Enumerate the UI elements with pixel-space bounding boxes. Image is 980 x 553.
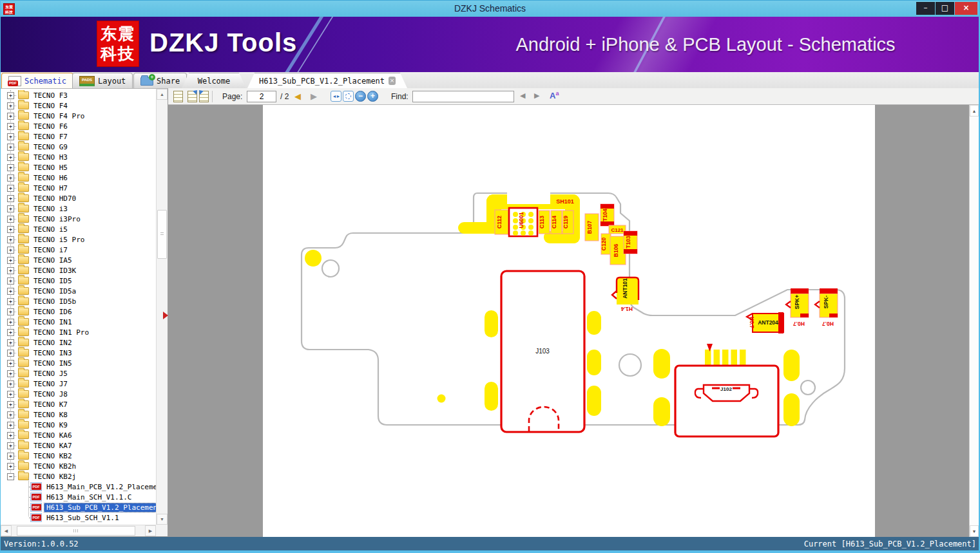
expand-icon[interactable]: + — [7, 380, 14, 388]
expand-icon[interactable]: + — [7, 453, 14, 460]
expand-icon[interactable]: + — [7, 432, 14, 439]
expand-icon[interactable]: + — [7, 133, 14, 140]
tree-folder-row[interactable]: + TECNO H3 — [1, 152, 156, 162]
expand-icon[interactable]: + — [7, 144, 14, 151]
expand-icon[interactable]: + — [7, 123, 14, 130]
tree-folder-row[interactable]: + TECNO H7 — [1, 183, 156, 193]
expand-icon[interactable]: + — [7, 113, 14, 120]
find-previous-icon[interactable]: ◀ — [520, 91, 525, 100]
scrollbar-thumb[interactable] — [17, 526, 135, 536]
tree-folder-row[interactable]: + TECNO ID5a — [1, 286, 156, 296]
tree-folder-row[interactable]: + TECNO KA6 — [1, 430, 156, 440]
expand-icon[interactable]: + — [7, 236, 14, 243]
expand-icon[interactable]: + — [7, 319, 14, 326]
expand-icon[interactable]: + — [7, 308, 14, 315]
tab-share[interactable]: + Share — [133, 73, 187, 88]
expand-icon[interactable]: + — [7, 154, 14, 161]
tree-folder-row[interactable]: + TECNO G9 — [1, 142, 156, 152]
tree-file-row[interactable]: PDF H613_Main_SCH_V1.1.C — [1, 492, 156, 502]
rotate-right-icon[interactable] — [187, 91, 197, 102]
expand-icon[interactable]: + — [7, 329, 14, 336]
tree-folder-row[interactable]: + TECNO F6 — [1, 121, 156, 131]
next-page-icon[interactable]: ▶ — [311, 91, 317, 102]
tree-folder-row[interactable]: − TECNO KB2j — [1, 471, 156, 482]
tree-folder-row[interactable]: + TECNO J7 — [1, 379, 156, 389]
tree-folder-row[interactable]: + TECNO KB2 — [1, 451, 156, 461]
expand-icon[interactable]: + — [7, 195, 14, 202]
expand-icon[interactable]: + — [7, 102, 14, 109]
tab-welcome[interactable]: Welcome — [182, 73, 246, 88]
tree-folder-row[interactable]: + TECNO ID3K — [1, 265, 156, 276]
zoom-in-button[interactable]: + — [367, 91, 378, 102]
tree-folder-row[interactable]: + TECNO J5 — [1, 368, 156, 379]
expand-icon[interactable]: + — [7, 401, 14, 408]
expand-icon[interactable]: + — [7, 226, 14, 233]
scroll-left-icon[interactable]: ◀ — [1, 525, 12, 536]
tab-close-icon[interactable]: × — [389, 77, 396, 85]
tree-folder-row[interactable]: + TECNO IA5 — [1, 255, 156, 265]
match-case-icon[interactable]: Aa — [550, 90, 559, 100]
tree-folder-row[interactable]: + TECNO IN2 — [1, 337, 156, 348]
expand-icon[interactable]: + — [7, 298, 14, 305]
tree-folder-row[interactable]: + TECNO IN3 — [1, 348, 156, 358]
expand-icon[interactable]: + — [7, 391, 14, 398]
expand-icon[interactable]: + — [7, 92, 14, 99]
fit-page-button[interactable] — [343, 91, 354, 102]
tree-folder-row[interactable]: + TECNO ID6 — [1, 306, 156, 317]
tree-folder-row[interactable]: + TECNO F4 Pro — [1, 111, 156, 121]
expand-icon[interactable]: + — [7, 164, 14, 171]
tree-folder-row[interactable]: + TECNO HD70 — [1, 193, 156, 203]
splitter-collapse-arrow[interactable] — [163, 312, 168, 319]
tree-folder-row[interactable]: + TECNO ID5 — [1, 276, 156, 286]
expand-icon[interactable]: + — [7, 257, 14, 264]
tree-folder-row[interactable]: + TECNO IN5 — [1, 358, 156, 368]
expand-icon[interactable]: + — [7, 174, 14, 182]
expand-icon[interactable]: + — [7, 216, 14, 223]
tree-folder-row[interactable]: + TECNO K8 — [1, 409, 156, 420]
sidebar-vertical-scrollbar[interactable]: ▲ ▼ — [156, 89, 168, 525]
expand-icon[interactable]: + — [7, 442, 14, 449]
tree-folder-row[interactable]: + TECNO i7 — [1, 245, 156, 255]
tree-folder-row[interactable]: + TECNO H5 — [1, 162, 156, 173]
previous-page-icon[interactable]: ◀ — [294, 91, 301, 102]
close-button[interactable]: × — [955, 2, 977, 15]
page-icon[interactable] — [173, 91, 183, 102]
tree-folder-row[interactable]: + TECNO IN1 — [1, 317, 156, 327]
expand-icon[interactable]: + — [7, 185, 14, 192]
minimize-button[interactable]: – — [916, 2, 935, 15]
tree-folder-row[interactable]: + TECNO i5 — [1, 224, 156, 234]
viewer-vertical-scrollbar[interactable]: ▲ ▼ — [969, 105, 979, 537]
find-input[interactable] — [412, 91, 514, 102]
scroll-down-icon[interactable]: ▼ — [970, 525, 979, 537]
fit-width-button[interactable]: ◄► — [331, 91, 341, 102]
tree-folder-row[interactable]: + TECNO KA7 — [1, 440, 156, 451]
tree-file-row[interactable]: PDF H613_Main_PCB_V1.2_Placement — [1, 482, 156, 492]
expand-icon[interactable]: + — [7, 277, 14, 285]
expand-icon[interactable]: + — [7, 422, 14, 429]
expand-icon[interactable]: + — [7, 267, 14, 274]
expand-icon[interactable]: + — [7, 463, 14, 470]
tree-folder-row[interactable]: + TECNO KB2h — [1, 461, 156, 471]
tree-folder-row[interactable]: + TECNO IN1 Pro — [1, 327, 156, 337]
tree-folder-row[interactable]: + TECNO K9 — [1, 420, 156, 430]
expand-icon[interactable]: + — [7, 411, 14, 418]
tab-layout[interactable]: PADS Layout — [72, 73, 133, 88]
tree-folder-row[interactable]: + TECNO J8 — [1, 389, 156, 399]
scroll-up-icon[interactable]: ▲ — [157, 89, 168, 100]
tree-folder-row[interactable]: + TECNO H6 — [1, 173, 156, 183]
expand-icon[interactable]: + — [7, 288, 14, 295]
find-next-icon[interactable]: ▶ — [534, 91, 539, 100]
scrollbar-thumb[interactable] — [157, 210, 167, 259]
zoom-out-button[interactable]: − — [355, 91, 366, 102]
scroll-right-icon[interactable]: ▶ — [145, 525, 156, 536]
tab-schematic[interactable]: PDF Schematic — [1, 73, 73, 88]
maximize-button[interactable]: □ — [936, 2, 954, 15]
tree-file-row[interactable]: PDF H613_Sub_SCH_V1.1 — [1, 512, 156, 523]
tree-folder-row[interactable]: + TECNO F3 — [1, 90, 156, 100]
sidebar-horizontal-scrollbar[interactable]: ◀ ▶ — [1, 525, 156, 536]
tree-folder-row[interactable]: + TECNO F4 — [1, 100, 156, 111]
rotate-left-icon[interactable] — [199, 91, 209, 102]
tree-folder-row[interactable]: + TECNO K7 — [1, 399, 156, 409]
expand-icon[interactable]: + — [7, 205, 14, 212]
scroll-up-icon[interactable]: ▲ — [970, 105, 979, 117]
